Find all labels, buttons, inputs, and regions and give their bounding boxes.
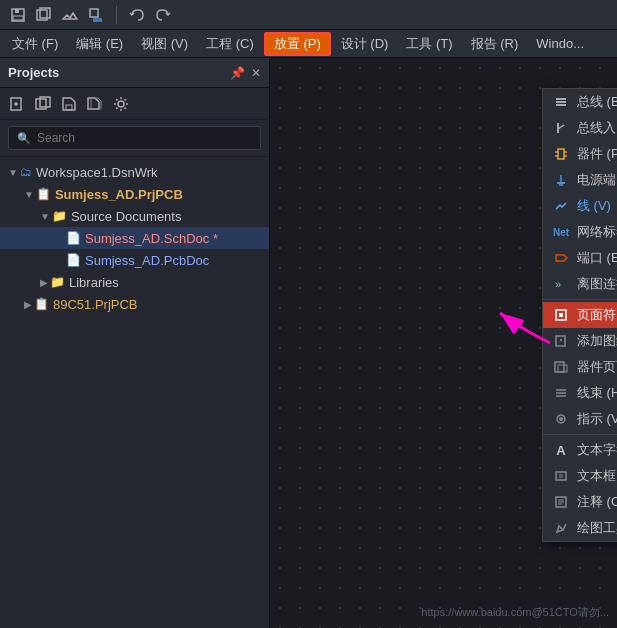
svg-rect-27 bbox=[559, 313, 563, 317]
menu-wire[interactable]: 线 (V) Ctrl+W bbox=[543, 193, 617, 219]
menu-reports[interactable]: 报告 (R) bbox=[463, 32, 527, 56]
panel-toolbar bbox=[0, 88, 269, 120]
toolbar-icon-3[interactable] bbox=[60, 5, 80, 25]
directive-label: 指示 (V) bbox=[577, 410, 617, 428]
toolbar-icon-1[interactable] bbox=[8, 5, 28, 25]
project2-label: 89C51.PrjPCB bbox=[53, 297, 138, 312]
svg-line-43 bbox=[563, 524, 566, 530]
tree-folder-libraries[interactable]: ▶ 📁 Libraries bbox=[0, 271, 269, 293]
search-container: 🔍 bbox=[0, 120, 269, 157]
wire-label: 线 (V) bbox=[577, 197, 617, 215]
offpage-icon: » bbox=[553, 277, 569, 291]
menu-textstring[interactable]: A 文本字符串 (T) bbox=[543, 437, 617, 463]
tree-project-89c51[interactable]: ▶ 📋 89C51.PrjPCB bbox=[0, 293, 269, 315]
redo-button[interactable] bbox=[153, 5, 173, 25]
addsheetentry-label: 添加图纸入口 (A) bbox=[577, 332, 617, 350]
textstring-label: 文本字符串 (T) bbox=[577, 441, 617, 459]
note-label: 注释 (O) bbox=[577, 493, 617, 511]
workspace-icon: 🗂 bbox=[20, 165, 32, 179]
offpage-label: 离图连接器 (C) bbox=[577, 275, 617, 293]
svg-rect-30 bbox=[558, 365, 567, 372]
bus-entry-icon bbox=[553, 121, 569, 135]
menu-design[interactable]: 设计 (D) bbox=[333, 32, 397, 56]
wire-icon bbox=[553, 199, 569, 213]
menu-componentsheet[interactable]: 器件页面符 (I) bbox=[543, 354, 617, 380]
power-label: 电源端口 (O) bbox=[577, 171, 617, 189]
menu-netlabel[interactable]: Net 网络标签 (N) bbox=[543, 219, 617, 245]
undo-button[interactable] bbox=[127, 5, 147, 25]
menu-window[interactable]: Windo... bbox=[528, 32, 592, 56]
toolbar-icon-4[interactable] bbox=[86, 5, 106, 25]
project2-icon: 📋 bbox=[34, 297, 49, 311]
panel-settings-button[interactable] bbox=[110, 93, 132, 115]
tree-workspace[interactable]: ▼ 🗂 Workspace1.DsnWrk bbox=[0, 161, 269, 183]
place-dropdown-menu: 总线 (B) 总线入口 (U) 器件 (P)... bbox=[542, 88, 617, 542]
menu-sheetentry[interactable]: 页面符 (S) bbox=[543, 302, 617, 328]
panel-save-button[interactable] bbox=[58, 93, 80, 115]
toolbar-icon-2[interactable] bbox=[34, 5, 54, 25]
toolbar-icons bbox=[8, 5, 173, 25]
panel-saveall-button[interactable] bbox=[84, 93, 106, 115]
directive-icon bbox=[553, 412, 569, 426]
harness-label: 线束 (H) bbox=[577, 384, 617, 402]
panel-open-button[interactable] bbox=[32, 93, 54, 115]
svg-rect-2 bbox=[13, 16, 23, 20]
sheetentry-icon bbox=[553, 308, 569, 322]
project-label: Sumjess_AD.PrjPCB bbox=[55, 187, 183, 202]
tree-folder-source[interactable]: ▼ 📁 Source Documents bbox=[0, 205, 269, 227]
menu-addsheetentry[interactable]: 添加图纸入口 (A) bbox=[543, 328, 617, 354]
harness-icon bbox=[553, 386, 569, 400]
menu-view[interactable]: 视图 (V) bbox=[133, 32, 196, 56]
component-label: 器件 (P)... bbox=[577, 145, 617, 163]
netlabel-label: 网络标签 (N) bbox=[577, 223, 617, 241]
search-box[interactable]: 🔍 bbox=[8, 126, 261, 150]
menu-project[interactable]: 工程 (C) bbox=[198, 32, 262, 56]
panel-pin-button[interactable]: 📌 bbox=[230, 66, 245, 80]
textstring-icon: A bbox=[553, 443, 569, 458]
textbox-icon bbox=[553, 469, 569, 483]
component-icon bbox=[553, 147, 569, 161]
menu-textbox[interactable]: 文本框 (F) bbox=[543, 463, 617, 489]
folder-icon: 📁 bbox=[52, 209, 67, 223]
workspace-expand-arrow: ▼ bbox=[8, 167, 18, 178]
toolbar-separator bbox=[116, 6, 117, 24]
menu-component[interactable]: 器件 (P)... bbox=[543, 141, 617, 167]
note-icon bbox=[553, 495, 569, 509]
panel-new-button[interactable] bbox=[6, 93, 28, 115]
menu-bus[interactable]: 总线 (B) bbox=[543, 89, 617, 115]
main-area: Projects 📌 ✕ 🔍 bbox=[0, 58, 617, 628]
menu-offpage[interactable]: » 离图连接器 (C) bbox=[543, 271, 617, 297]
sheetentry-label: 页面符 (S) bbox=[577, 306, 617, 324]
svg-rect-5 bbox=[90, 9, 98, 17]
drawtool-label: 绘图工具 (D) bbox=[577, 519, 617, 537]
tree-project-sumjess[interactable]: ▼ 📋 Sumjess_AD.PrjPCB bbox=[0, 183, 269, 205]
port-label: 端口 (E) bbox=[577, 249, 617, 267]
menu-power[interactable]: 电源端口 (O) bbox=[543, 167, 617, 193]
menu-separator-1 bbox=[543, 299, 617, 300]
componentsheet-icon bbox=[553, 360, 569, 374]
menu-tools[interactable]: 工具 (T) bbox=[398, 32, 460, 56]
menu-edit[interactable]: 编辑 (E) bbox=[68, 32, 131, 56]
menu-note[interactable]: 注释 (O) bbox=[543, 489, 617, 515]
menu-harness[interactable]: 线束 (H) ▶ bbox=[543, 380, 617, 406]
menu-drawtool[interactable]: 绘图工具 (D) ▶ bbox=[543, 515, 617, 541]
menu-file[interactable]: 文件 (F) bbox=[4, 32, 66, 56]
svg-marker-24 bbox=[556, 255, 567, 261]
bus-label: 总线 (B) bbox=[577, 93, 617, 111]
panel-title: Projects bbox=[8, 65, 59, 80]
menu-place[interactable]: 放置 (P) bbox=[264, 32, 331, 56]
content-area: 总线 (B) 总线入口 (U) 器件 (P)... bbox=[270, 58, 617, 628]
svg-point-35 bbox=[559, 417, 563, 421]
panel-controls: 📌 ✕ bbox=[230, 66, 261, 80]
svg-rect-16 bbox=[558, 149, 564, 159]
tree-schdoc[interactable]: ▶ 📄 Sumjess_AD.SchDoc * bbox=[0, 227, 269, 249]
textbox-label: 文本框 (F) bbox=[577, 467, 617, 485]
menu-bus-entry[interactable]: 总线入口 (U) bbox=[543, 115, 617, 141]
search-input[interactable] bbox=[37, 131, 252, 145]
menu-port[interactable]: 端口 (E) bbox=[543, 245, 617, 271]
project2-arrow: ▶ bbox=[24, 299, 32, 310]
menu-directive[interactable]: 指示 (V) ▶ bbox=[543, 406, 617, 432]
panel-close-button[interactable]: ✕ bbox=[251, 66, 261, 80]
project-icon: 📋 bbox=[36, 187, 51, 201]
tree-pcbdoc[interactable]: ▶ 📄 Sumjess_AD.PcbDoc bbox=[0, 249, 269, 271]
